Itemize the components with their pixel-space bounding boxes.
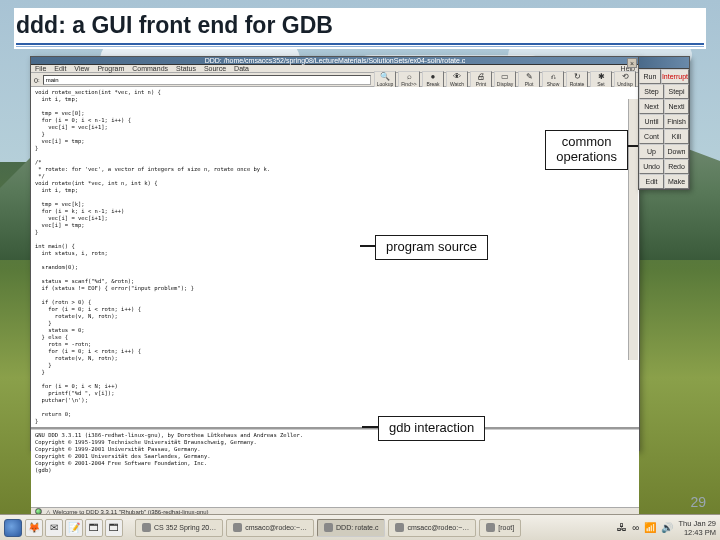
scrollbar[interactable] (628, 99, 638, 360)
network-icon[interactable]: 🖧 (617, 522, 627, 533)
cmd-edit-button[interactable]: Edit (639, 174, 664, 189)
cmd-run-button[interactable]: Run (639, 69, 661, 84)
toolbar-display-button[interactable]: ▭Display (494, 71, 516, 89)
cmd-make-button[interactable]: Make (664, 174, 689, 189)
toolbar-icon: ⟲ (622, 73, 629, 81)
command-tool-window[interactable]: RunInterruptStepStepiNextNextiUntilFinis… (638, 56, 690, 190)
toolbar-break-button[interactable]: ●Break (422, 71, 444, 89)
toolbar-icon: ✎ (526, 73, 533, 81)
window-title: DDD: /home/cmsaccs352/spring08/LectureMa… (205, 57, 466, 64)
cmd-stepi-button[interactable]: Stepi (664, 84, 689, 99)
clock[interactable]: Thu Jan 29 12:43 PM (678, 519, 716, 537)
menu-file[interactable]: File (35, 65, 46, 72)
task-icon (486, 523, 495, 532)
menu-status[interactable]: Status (176, 65, 196, 72)
toolbar-icon: ↻ (574, 73, 581, 81)
cmd-undo-button[interactable]: Undo (639, 159, 664, 174)
toolbar-set-button[interactable]: ✱Set (590, 71, 612, 89)
menu-view[interactable]: View (74, 65, 89, 72)
taskbar-task-4[interactable]: [root] (479, 519, 521, 537)
cmd-down-button[interactable]: Down (664, 144, 689, 159)
task-icon (233, 523, 242, 532)
toolbar-icon: 👁 (453, 73, 461, 81)
slide-header-divider (16, 43, 704, 47)
task-icon (324, 523, 333, 532)
toolbar-icon: ● (431, 73, 436, 81)
volume-icon[interactable]: 🔊 (661, 522, 673, 533)
task-icon (395, 523, 404, 532)
taskbar-task-2[interactable]: DDD: rotate.c (317, 519, 385, 537)
infinity-icon[interactable]: ∞ (632, 522, 639, 533)
wifi-icon[interactable]: 📶 (644, 522, 656, 533)
toolbar-icon: ▭ (501, 73, 509, 81)
argument-input[interactable] (43, 75, 371, 85)
cmd-nexti-button[interactable]: Nexti (664, 99, 689, 114)
quicklaunch-icon-0[interactable]: 🦊 (25, 519, 43, 537)
toolbar: 🔍Lookup⌕Find>>●Break👁Watch🖨Print▭Display… (374, 71, 636, 89)
menu-commands[interactable]: Commands (132, 65, 168, 72)
cmd-up-button[interactable]: Up (639, 144, 664, 159)
toolbar-show-button[interactable]: ⎌Show (542, 71, 564, 89)
quicklaunch-icon-3[interactable]: 🗔 (85, 519, 103, 537)
cmd-step-button[interactable]: Step (639, 84, 664, 99)
toolbar-plot-button[interactable]: ✎Plot (518, 71, 540, 89)
taskbar-task-1[interactable]: cmsacc@rodeo:~… (226, 519, 314, 537)
cmd-finish-button[interactable]: Finish (664, 114, 689, 129)
cmd-interrupt-button[interactable]: Interrupt (661, 69, 689, 84)
argument-label: (): (34, 77, 40, 83)
toolbar-print-button[interactable]: 🖨Print (470, 71, 492, 89)
callout-gdb-interaction: gdb interaction (378, 416, 485, 441)
clock-date: Thu Jan 29 (678, 519, 716, 528)
cmd-redo-button[interactable]: Redo (664, 159, 689, 174)
menu-edit[interactable]: Edit (54, 65, 66, 72)
toolbar-lookup-button[interactable]: 🔍Lookup (374, 71, 396, 89)
task-icon (142, 523, 151, 532)
clock-time: 12:43 PM (678, 528, 716, 537)
cmd-kill-button[interactable]: Kill (664, 129, 689, 144)
callout-line (362, 426, 378, 428)
menu-source[interactable]: Source (204, 65, 226, 72)
taskbar-task-0[interactable]: CS 352 Spring 20… (135, 519, 223, 537)
cmd-cont-button[interactable]: Cont (639, 129, 664, 144)
menu-program[interactable]: Program (97, 65, 124, 72)
command-tool-titlebar[interactable] (639, 57, 689, 69)
toolbar-find-button[interactable]: ⌕Find>> (398, 71, 420, 89)
argument-toolbar: (): 🔍Lookup⌕Find>>●Break👁Watch🖨Print▭Dis… (31, 73, 639, 87)
quicklaunch-icon-4[interactable]: 🗔 (105, 519, 123, 537)
toolbar-watch-button[interactable]: 👁Watch (446, 71, 468, 89)
quicklaunch-icon-1[interactable]: ✉ (45, 519, 63, 537)
slide-header: ddd: a GUI front end for GDB (14, 8, 706, 49)
toolbar-icon: 🖨 (477, 73, 485, 81)
cmd-until-button[interactable]: Until (639, 114, 664, 129)
gnome-taskbar[interactable]: 🦊✉📝🗔🗔 CS 352 Spring 20…cmsacc@rodeo:~…DD… (0, 514, 720, 540)
gdb-console-pane[interactable]: GNU DDD 3.3.11 (i386-redhat-linux-gnu), … (31, 429, 639, 507)
close-icon[interactable]: × (627, 58, 637, 68)
toolbar-rotate-button[interactable]: ↻Rotate (566, 71, 588, 89)
slide-title: ddd: a GUI front end for GDB (16, 12, 704, 39)
cmd-next-button[interactable]: Next (639, 99, 664, 114)
ddd-main-window[interactable]: DDD: /home/cmsaccs352/spring08/LectureMa… (30, 56, 640, 451)
start-menu-button[interactable] (4, 519, 22, 537)
quicklaunch-icon-2[interactable]: 📝 (65, 519, 83, 537)
toolbar-undisp-button[interactable]: ⟲Undisp (614, 71, 636, 89)
toolbar-icon: ⎌ (551, 73, 556, 81)
slide-number: 29 (690, 494, 706, 510)
menu-data[interactable]: Data (234, 65, 249, 72)
system-tray: 🖧 ∞ 📶 🔊 Thu Jan 29 12:43 PM (617, 519, 716, 537)
taskbar-task-3[interactable]: cmsacc@rodeo:~… (388, 519, 476, 537)
toolbar-icon: ⌕ (407, 73, 412, 81)
window-titlebar[interactable]: DDD: /home/cmsaccs352/spring08/LectureMa… (31, 57, 639, 65)
callout-program-source: program source (375, 235, 488, 260)
callout-common-operations: commonoperations (545, 130, 628, 170)
toolbar-icon: 🔍 (380, 73, 390, 81)
toolbar-icon: ✱ (598, 73, 605, 81)
callout-line (360, 245, 375, 247)
